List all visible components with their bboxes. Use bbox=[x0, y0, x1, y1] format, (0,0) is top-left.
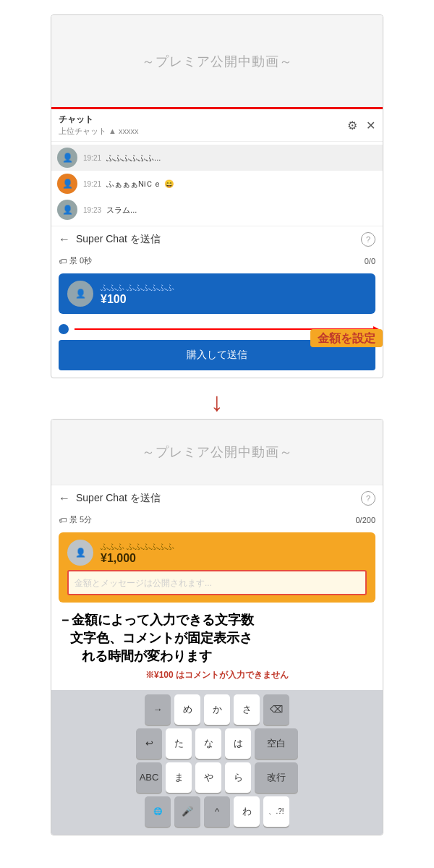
key-wa[interactable]: わ bbox=[234, 796, 260, 827]
help-icon-bottom[interactable]: ? bbox=[361, 491, 375, 506]
key-mic[interactable]: 🎤 bbox=[174, 796, 200, 827]
key-return[interactable]: ↩ bbox=[136, 728, 162, 759]
key-ka[interactable]: か bbox=[204, 694, 230, 725]
chat-icons: ⚙ ✕ bbox=[347, 119, 375, 132]
timer-row: 🏷 景 0秒 0/0 bbox=[51, 252, 383, 269]
timer-left: 🏷 景 0秒 bbox=[59, 255, 92, 266]
char-count: 0/0 bbox=[365, 257, 375, 265]
superchat-card-content-bottom: ふふふ ふふふふふふ ¥1,000 bbox=[101, 541, 367, 565]
key-sa[interactable]: さ bbox=[234, 694, 260, 725]
timer-value-bottom: 景 5分 bbox=[69, 514, 92, 525]
superchat-amount-bottom: ¥1,000 bbox=[101, 552, 367, 565]
key-space[interactable]: 空白 bbox=[255, 728, 298, 759]
chat-messages: 👤 19:21 ふふふふふふ... 👤 19:21 ふぁぁぁNiＣｅ 😄 👤 1… bbox=[51, 142, 383, 226]
key-ha[interactable]: は bbox=[225, 728, 251, 759]
amount-set-label: 金額を設定 bbox=[310, 329, 383, 347]
key-globe[interactable]: 🌐 bbox=[145, 796, 171, 827]
superchat-header-bottom: ← Super Chat を送信 ? bbox=[51, 485, 383, 511]
key-ma[interactable]: ま bbox=[166, 762, 192, 793]
video-title-top: ～プレミア公開中動画～ bbox=[142, 53, 293, 70]
superchat-card-blue: 👤 ふふふ ふふふふふふ ¥100 bbox=[59, 273, 375, 314]
msg-text: ふぁぁぁNiＣｅ 😄 bbox=[106, 179, 174, 188]
avatar: 👤 bbox=[57, 148, 77, 168]
annotation-main: －金額によって入力できる文字数 文字色、コメントが固定表示さ れる時間が変わりま… bbox=[59, 611, 375, 666]
key-ya[interactable]: や bbox=[195, 762, 221, 793]
msg-content: 19:21 ふぁぁぁNiＣｅ 😄 bbox=[83, 179, 377, 190]
help-icon[interactable]: ? bbox=[361, 232, 375, 247]
superchat-input[interactable]: 金額とメッセージは公開されます... bbox=[67, 570, 367, 595]
key-delete[interactable]: ⌫ bbox=[263, 694, 289, 725]
keyboard: → め か さ ⌫ ↩ た な は 空白 ABC ま や ら 改行 🌐 🎤 ^ … bbox=[51, 690, 383, 835]
back-button-bottom[interactable]: ← bbox=[59, 492, 70, 505]
timer-icon-bottom: 🏷 bbox=[59, 516, 67, 524]
chat-label: チャット bbox=[59, 114, 139, 126]
chat-header-left: チャット 上位チャット ▲ xxxxx bbox=[59, 114, 139, 137]
msg-time: 19:21 bbox=[83, 180, 101, 188]
msg-content: 19:21 ふふふふふふ... bbox=[83, 153, 377, 163]
avatar: 👤 bbox=[57, 174, 77, 194]
timer-left-bottom: 🏷 景 5分 bbox=[59, 514, 92, 525]
chat-sub: 上位チャット ▲ xxxxx bbox=[59, 126, 139, 137]
keyboard-row-3: ABC ま や ら 改行 bbox=[54, 762, 380, 793]
list-item: 👤 19:21 ふぁぁぁNiＣｅ 😄 bbox=[51, 171, 383, 197]
annotation-sub: ※¥100 はコメントが入力できません bbox=[59, 669, 375, 681]
slider-handle[interactable] bbox=[59, 324, 69, 334]
msg-text: スラム... bbox=[106, 205, 137, 214]
timer-row-bottom: 🏷 景 5分 0/200 bbox=[51, 511, 383, 528]
video-title-bottom: ～プレミア公開中動画～ bbox=[142, 443, 293, 461]
superchat-card-top: 👤 ふふふ ふふふふふふ ¥1,000 bbox=[67, 540, 367, 566]
key-arrow[interactable]: → bbox=[145, 694, 171, 725]
list-item: 👤 19:21 ふふふふふふ... bbox=[51, 145, 383, 171]
msg-text: ふふふふふふ... bbox=[106, 153, 161, 162]
char-count-bottom: 0/200 bbox=[355, 516, 375, 524]
close-icon[interactable]: ✕ bbox=[366, 119, 375, 132]
down-arrow: ↓ bbox=[210, 389, 224, 415]
key-enter[interactable]: 改行 bbox=[255, 762, 298, 793]
superchat-avatar-bottom: 👤 bbox=[67, 540, 93, 566]
key-punct[interactable]: 、.?! bbox=[263, 796, 289, 827]
msg-time: 19:21 bbox=[83, 154, 101, 162]
filter-icon[interactable]: ⚙ bbox=[347, 119, 357, 132]
key-me[interactable]: め bbox=[174, 694, 200, 725]
list-item: 👤 19:23 スラム... bbox=[51, 197, 383, 223]
key-ra[interactable]: ら bbox=[225, 762, 251, 793]
key-ta[interactable]: た bbox=[166, 728, 192, 759]
key-abc[interactable]: ABC bbox=[136, 762, 162, 793]
superchat-title-bottom: Super Chat を送信 bbox=[76, 492, 355, 505]
back-button[interactable]: ← bbox=[59, 233, 70, 246]
amount-set-label-container: 金額を設定 bbox=[310, 331, 383, 346]
superchat-username-bottom: ふふふ ふふふふふふ bbox=[101, 541, 367, 552]
superchat-avatar: 👤 bbox=[67, 281, 93, 307]
video-area-bottom: ～プレミア公開中動画～ bbox=[51, 420, 383, 485]
top-panel: ～プレミア公開中動画～ チャット 上位チャット ▲ xxxxx ⚙ ✕ 👤 19… bbox=[51, 14, 383, 378]
key-na[interactable]: な bbox=[195, 728, 221, 759]
timer-value: 景 0秒 bbox=[69, 255, 92, 266]
annotation-box: －金額によって入力できる文字数 文字色、コメントが固定表示さ れる時間が変わりま… bbox=[59, 608, 375, 684]
video-area-top: ～プレミア公開中動画～ bbox=[51, 15, 383, 109]
msg-time: 19:23 bbox=[83, 206, 101, 214]
chat-header: チャット 上位チャット ▲ xxxxx ⚙ ✕ bbox=[51, 109, 383, 142]
keyboard-row-2: ↩ た な は 空白 bbox=[54, 728, 380, 759]
key-caret[interactable]: ^ bbox=[204, 796, 230, 827]
keyboard-row-1: → め か さ ⌫ bbox=[54, 694, 380, 725]
superchat-amount: ¥100 bbox=[101, 293, 367, 306]
keyboard-row-4: 🌐 🎤 ^ わ 、.?! bbox=[54, 796, 380, 827]
superchat-title: Super Chat を送信 bbox=[76, 233, 355, 246]
input-placeholder: 金額とメッセージは公開されます... bbox=[75, 578, 212, 588]
superchat-username: ふふふ ふふふふふふ bbox=[101, 282, 367, 293]
annotation-dash: － bbox=[59, 613, 72, 627]
timer-icon: 🏷 bbox=[59, 257, 67, 265]
superchat-card-yellow: 👤 ふふふ ふふふふふふ ¥1,000 金額とメッセージは公開されます... bbox=[59, 532, 375, 603]
bottom-panel: ～プレミア公開中動画～ ← Super Chat を送信 ? 🏷 景 5分 0/… bbox=[51, 419, 383, 835]
superchat-card-content: ふふふ ふふふふふふ ¥100 bbox=[101, 282, 367, 306]
msg-content: 19:23 スラム... bbox=[83, 205, 377, 216]
superchat-header: ← Super Chat を送信 ? bbox=[51, 226, 383, 252]
avatar: 👤 bbox=[57, 200, 77, 220]
buy-section: 購入して送信 金額を設定 bbox=[59, 340, 375, 370]
